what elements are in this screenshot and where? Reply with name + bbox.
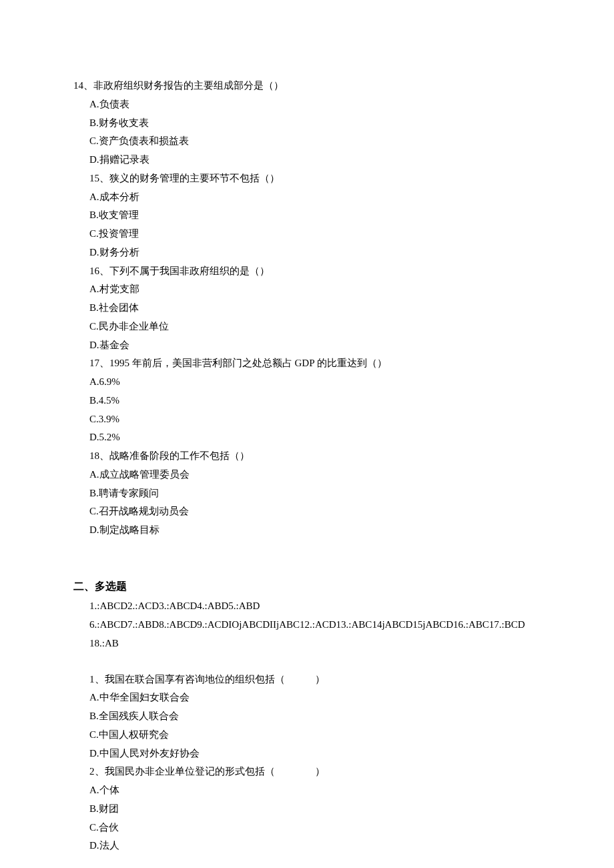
q15-choice-c: C.投资管理: [89, 225, 541, 244]
mq2-choice-c: C.合伙: [89, 819, 541, 837]
q15-choice-d: D.财务分析: [89, 244, 541, 262]
q16-choice-a: A.村党支部: [89, 280, 541, 299]
q15-choice-a: A.成本分析: [89, 188, 541, 207]
q16-choice-d: D.基金会: [89, 336, 541, 355]
mq1-stem: 1、我国在联合国享有咨询地位的组织包括（ ）: [89, 671, 541, 689]
section2-body: 1.:ABCD2.:ACD3.:ABCD4.:ABD5.:ABD 6.:ABCD…: [73, 597, 541, 855]
q16-stem: 16、下列不属于我国非政府组织的是（）: [89, 262, 541, 281]
q14-choice-c: C.资产负债表和损益表: [89, 132, 541, 151]
q18-choice-c: C.召开战略规划动员会: [89, 502, 541, 521]
mq2-choice-b: B.财团: [89, 800, 541, 819]
answers-line-3: 18.:AB: [89, 634, 541, 653]
q18-choice-b: B.聘请专家顾问: [89, 484, 541, 503]
section2-title: 二、多选题: [73, 576, 541, 596]
q16-choice-b: B.社会团体: [89, 299, 541, 318]
q18-stem: 18、战略准备阶段的工作不包括（）: [89, 447, 541, 466]
q18-choice-d: D.制定战略目标: [89, 521, 541, 540]
mq1-choice-a: A.中华全国妇女联合会: [89, 689, 541, 707]
q14-stem: 14、非政府组织财务报告的主要组成部分是（）: [73, 77, 541, 95]
mq1-choice-c: C.中国人权研究会: [89, 726, 541, 745]
mq1-choice-d: D.中国人民对外友好协会: [89, 745, 541, 763]
q14-choice-d: D.捐赠记录表: [89, 151, 541, 169]
q17-choice-c: C.3.9%: [89, 410, 541, 429]
mq2-choice-d: D.法人: [89, 837, 541, 855]
q15-stem: 15、狭义的财务管理的主要环节不包括（）: [89, 169, 541, 188]
q16-choice-c: C.民办非企业单位: [89, 318, 541, 336]
q18-choice-a: A.成立战略管理委员会: [89, 466, 541, 484]
mq2-choice-a: A.个体: [89, 781, 541, 800]
q17-choice-b: B.4.5%: [89, 392, 541, 410]
answers-line-1: 1.:ABCD2.:ACD3.:ABCD4.:ABD5.:ABD: [89, 597, 541, 616]
mq1-choice-b: B.全国残疾人联合会: [89, 707, 541, 726]
q14-through-q18-block: A.负债表 B.财务收支表 C.资产负债表和损益表 D.捐赠记录表 15、狭义的…: [73, 95, 541, 540]
mq2-stem: 2、我国民办非企业单位登记的形式包括（ ）: [89, 763, 541, 781]
q14-choice-a: A.负债表: [89, 95, 541, 114]
q17-choice-a: A.6.9%: [89, 373, 541, 392]
answers-line-2: 6.:ABCD7.:ABD8.:ABCD9.:ACDIOjABCDIIjABC1…: [89, 616, 541, 634]
q14-choice-b: B.财务收支表: [89, 114, 541, 133]
q17-choice-d: D.5.2%: [89, 428, 541, 447]
q15-choice-b: B.收支管理: [89, 206, 541, 225]
q17-stem: 17、1995 年前后，美国非营利部门之处总额占 GDP 的比重达到（）: [89, 354, 541, 373]
